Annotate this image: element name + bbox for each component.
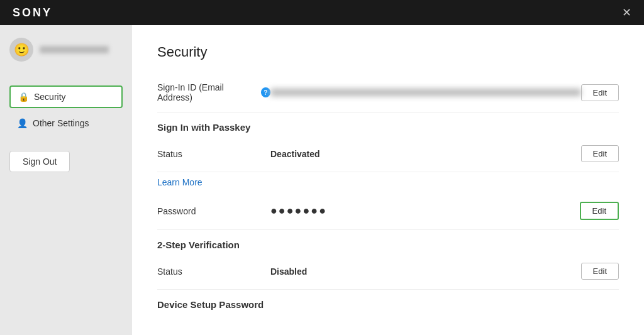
app-window: SONY ✕ 🙂 🔒 Security 👤 Other Settings Sig… (0, 0, 644, 335)
passkey-status-row: Status Deactivated Edit (157, 136, 619, 172)
sidebar-other-settings-label: Other Settings (33, 118, 89, 128)
verification-section-title: 2-Step Verification (157, 230, 619, 253)
sidebar-item-security[interactable]: 🔒 Security (9, 85, 123, 108)
signin-id-edit-button[interactable]: Edit (581, 84, 619, 101)
passkey-edit-button[interactable]: Edit (581, 145, 619, 162)
sony-logo: SONY (13, 6, 52, 19)
device-section-title: Device Setup Password (157, 290, 619, 313)
signin-id-row: Sign-In ID (Email Address) ? Edit (157, 73, 619, 113)
passkey-section-title: Sign In with Passkey (157, 113, 619, 136)
passkey-status-value: Deactivated (270, 149, 581, 159)
avatar: 🙂 (9, 38, 33, 62)
sign-out-button[interactable]: Sign Out (9, 151, 70, 172)
password-value: ●●●●●●● (270, 204, 580, 217)
main-content: Security Sign-In ID (Email Address) ? Ed… (132, 25, 644, 335)
avatar-icon: 🙂 (14, 42, 30, 57)
passkey-status-label: Status (157, 149, 270, 159)
titlebar: SONY ✕ (0, 0, 644, 25)
user-profile: 🙂 (9, 38, 123, 68)
username-blurred (40, 46, 109, 53)
verification-status-row: Status Disabled Edit (157, 253, 619, 290)
verification-status-label: Status (157, 266, 270, 277)
page-title: Security (157, 44, 619, 60)
lock-icon: 🔒 (18, 92, 29, 102)
content-area: 🙂 🔒 Security 👤 Other Settings Sign Out S… (0, 25, 644, 335)
verification-status-value: Disabled (270, 266, 581, 277)
password-edit-button[interactable]: Edit (580, 202, 619, 220)
sidebar: 🙂 🔒 Security 👤 Other Settings Sign Out (0, 25, 132, 335)
signin-id-value (270, 89, 581, 96)
sidebar-security-label: Security (34, 92, 66, 102)
info-icon[interactable]: ? (261, 87, 270, 97)
password-row: Password ●●●●●●● Edit (157, 192, 619, 230)
close-button[interactable]: ✕ (622, 6, 631, 19)
learn-more-link[interactable]: Learn More (157, 172, 619, 192)
person-icon: 👤 (17, 118, 28, 128)
signin-id-label: Sign-In ID (Email Address) ? (157, 82, 270, 102)
sidebar-item-other-settings[interactable]: 👤 Other Settings (9, 113, 123, 133)
verification-edit-button[interactable]: Edit (581, 263, 619, 280)
password-label: Password (157, 206, 270, 216)
